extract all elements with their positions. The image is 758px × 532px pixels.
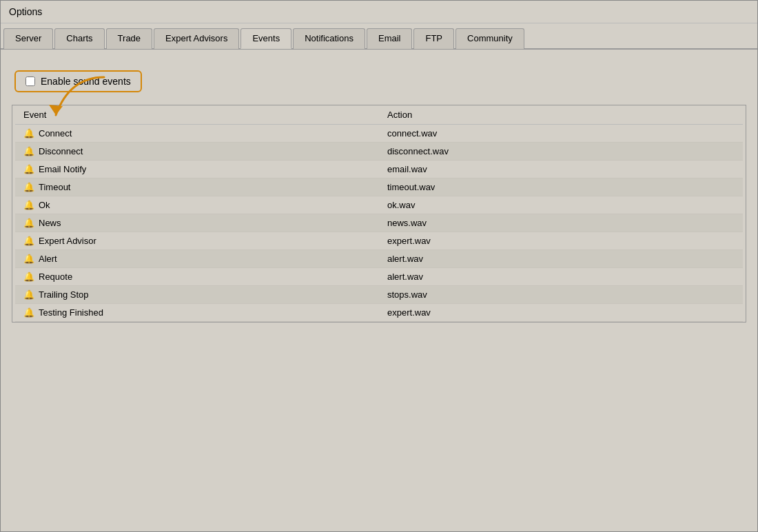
col-event-header: Event — [15, 105, 379, 125]
window-title: Options — [9, 6, 42, 17]
event-name: Ok — [39, 200, 50, 210]
bell-icon: 🔔 — [23, 164, 34, 174]
event-cell: 🔔Disconnect — [15, 143, 379, 161]
event-name: News — [39, 218, 61, 228]
event-name: Testing Finished — [39, 307, 103, 318]
event-cell: 🔔Requote — [15, 268, 379, 286]
bell-icon: 🔔 — [23, 272, 34, 282]
tab-server[interactable]: Server — [3, 28, 53, 49]
table-row[interactable]: 🔔Email Notifyemail.wav — [15, 161, 743, 178]
bell-icon: 🔔 — [23, 128, 34, 139]
table-row[interactable]: 🔔Disconnectdisconnect.wav — [15, 143, 743, 161]
action-cell: email.wav — [379, 161, 743, 178]
tab-events[interactable]: Events — [240, 28, 291, 49]
table-row[interactable]: 🔔Okok.wav — [15, 196, 743, 214]
event-cell: 🔔Trailing Stop — [15, 286, 379, 304]
events-table-wrapper: Event Action 🔔Connectconnect.wav🔔Disconn… — [12, 105, 746, 323]
event-cell: 🔔Expert Advisor — [15, 232, 379, 250]
action-cell: disconnect.wav — [379, 143, 743, 161]
event-name: Email Notify — [39, 164, 86, 174]
action-cell: expert.wav — [379, 232, 743, 250]
event-cell: 🔔Email Notify — [15, 161, 379, 178]
events-table: Event Action 🔔Connectconnect.wav🔔Disconn… — [15, 105, 743, 322]
event-cell: 🔔News — [15, 214, 379, 232]
table-row[interactable]: 🔔Connectconnect.wav — [15, 125, 743, 143]
bell-icon: 🔔 — [23, 236, 34, 246]
tab-expert-advisors[interactable]: Expert Advisors — [154, 28, 239, 49]
event-cell: 🔔Timeout — [15, 178, 379, 196]
event-name: Timeout — [39, 182, 70, 192]
action-cell: ok.wav — [379, 196, 743, 214]
bell-icon: 🔔 — [23, 289, 34, 300]
event-cell: 🔔Alert — [15, 250, 379, 268]
event-name: Connect — [39, 128, 72, 139]
tab-community[interactable]: Community — [455, 28, 524, 49]
table-row[interactable]: 🔔Expert Advisorexpert.wav — [15, 232, 743, 250]
title-bar: Options — [1, 1, 757, 23]
action-cell: timeout.wav — [379, 178, 743, 196]
event-cell: 🔔Ok — [15, 196, 379, 214]
event-name: Alert — [39, 254, 57, 264]
action-cell: alert.wav — [379, 250, 743, 268]
tab-bar: ServerChartsTradeExpert AdvisorsEventsNo… — [1, 23, 757, 50]
table-row[interactable]: 🔔Alertalert.wav — [15, 250, 743, 268]
tab-trade[interactable]: Trade — [106, 28, 152, 49]
table-row[interactable]: 🔔Requotealert.wav — [15, 268, 743, 286]
content-area: Enable sound events Event Action 🔔Connec… — [1, 50, 757, 531]
col-action-header: Action — [379, 105, 743, 125]
event-name: Requote — [39, 272, 72, 282]
action-cell: expert.wav — [379, 304, 743, 322]
enable-sound-checkbox[interactable] — [25, 76, 35, 86]
action-cell: news.wav — [379, 214, 743, 232]
tab-ftp[interactable]: FTP — [413, 28, 454, 49]
table-row[interactable]: 🔔Newsnews.wav — [15, 214, 743, 232]
event-name: Trailing Stop — [39, 289, 89, 300]
table-row[interactable]: 🔔Trailing Stopstops.wav — [15, 286, 743, 304]
bell-icon: 🔔 — [23, 146, 34, 156]
enable-sound-label[interactable]: Enable sound events — [41, 76, 131, 87]
table-row[interactable]: 🔔Timeouttimeout.wav — [15, 178, 743, 196]
event-name: Expert Advisor — [39, 236, 96, 246]
tab-charts[interactable]: Charts — [54, 28, 104, 49]
event-cell: 🔔Testing Finished — [15, 304, 379, 322]
event-cell: 🔔Connect — [15, 125, 379, 143]
bell-icon: 🔔 — [23, 254, 34, 264]
bell-icon: 🔔 — [23, 200, 34, 210]
action-cell: connect.wav — [379, 125, 743, 143]
tab-email[interactable]: Email — [367, 28, 413, 49]
table-row[interactable]: 🔔Testing Finishedexpert.wav — [15, 304, 743, 322]
bell-icon: 🔔 — [23, 218, 34, 228]
action-cell: stops.wav — [379, 286, 743, 304]
options-window: Options ServerChartsTradeExpert Advisors… — [0, 0, 758, 532]
tab-notifications[interactable]: Notifications — [293, 28, 365, 49]
bell-icon: 🔔 — [23, 182, 34, 192]
event-name: Disconnect — [39, 146, 83, 156]
bell-icon: 🔔 — [23, 307, 34, 318]
enable-sound-container: Enable sound events — [14, 70, 142, 92]
action-cell: alert.wav — [379, 268, 743, 286]
